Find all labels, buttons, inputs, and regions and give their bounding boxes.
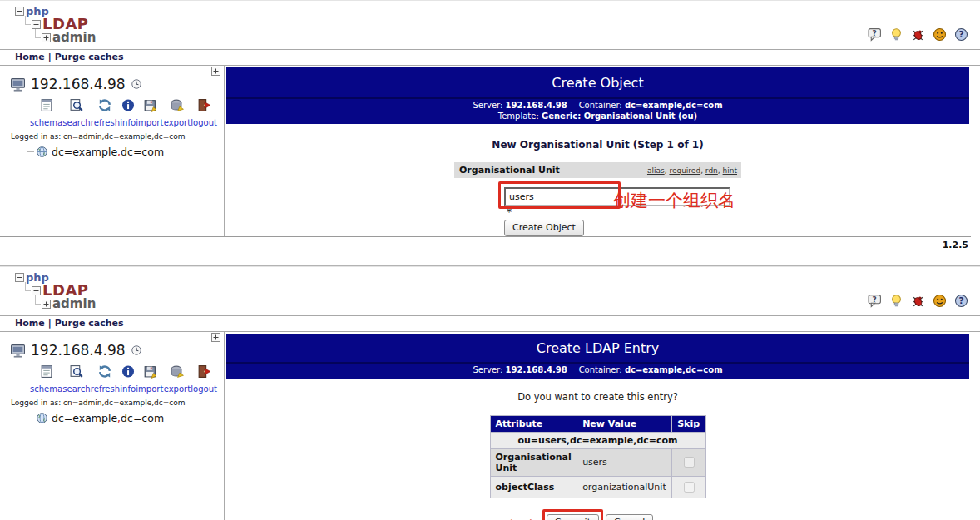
tree-node-base-dn[interactable]: dc=example,dc=com xyxy=(27,412,224,424)
table-row: Organisational Unit users xyxy=(490,448,705,476)
sidebar-tool-schema[interactable]: schema xyxy=(30,98,62,129)
sidebar-tool-schema[interactable]: schema xyxy=(30,364,62,395)
hint-link[interactable]: hint xyxy=(723,166,737,175)
attribute-name: Organisational Unit xyxy=(490,448,577,476)
page-title: Create LDAP Entry xyxy=(226,334,969,362)
screenshot-create-object: php LDAP admin Home|Purge caches 192.168… xyxy=(0,0,980,254)
expand-box-icon xyxy=(42,33,51,42)
ou-name-input[interactable] xyxy=(504,187,730,206)
sidebar-tool-info[interactable]: info xyxy=(120,364,136,395)
import-icon xyxy=(142,364,157,379)
table-row: objectClass organizationalUnit xyxy=(490,476,705,498)
app-header: php LDAP admin xyxy=(0,267,980,315)
collapse-box-icon xyxy=(32,20,41,29)
expand-box-icon xyxy=(42,300,51,309)
base-dn-label: dc=example,dc=com xyxy=(52,412,164,424)
phpldapadmin-logo: php LDAP admin xyxy=(15,272,96,310)
smiley-donate-icon[interactable] xyxy=(933,27,947,42)
create-object-button[interactable]: Create Object xyxy=(504,220,584,236)
sidebar-tool-export[interactable]: export xyxy=(164,98,191,129)
bug-report-icon[interactable] xyxy=(911,27,925,42)
import-icon xyxy=(142,98,157,112)
export-icon xyxy=(170,364,185,379)
tree-connector xyxy=(25,16,31,25)
collapse-box-icon xyxy=(15,273,24,282)
container-value: dc=example,dc=com xyxy=(625,101,723,110)
table-header-row: Attribute New Value Skip xyxy=(490,415,705,432)
server-value: 192.168.4.98 xyxy=(506,101,567,110)
purge-caches-link[interactable]: Purge caches xyxy=(55,318,124,329)
banner-subinfo: Server: 192.168.4.98Container: dc=exampl… xyxy=(226,362,969,379)
schema-icon xyxy=(39,98,54,112)
form-actions: Create Object xyxy=(504,218,741,236)
create-object-panel: Create Object Server: 192.168.4.98Contai… xyxy=(225,66,971,236)
server-node[interactable]: 192.168.4.98 xyxy=(10,76,224,92)
entry-dn: ou=users,dc=example,dc=com xyxy=(490,432,705,448)
sidebar-tool-logout[interactable]: logout xyxy=(191,98,217,129)
confirm-table: Attribute New Value Skip ou=users,dc=exa… xyxy=(490,415,706,498)
page-title: Create Object xyxy=(226,67,969,97)
info-icon xyxy=(121,98,136,112)
expand-all-icon[interactable] xyxy=(211,67,220,76)
version-label: 1.2.5 xyxy=(0,237,980,254)
tree-connector xyxy=(35,29,41,38)
tree-node-base-dn[interactable]: dc=example,dc=com xyxy=(27,146,224,158)
home-link[interactable]: Home xyxy=(15,52,45,62)
help-icon[interactable] xyxy=(954,294,968,308)
frames-row: 192.168.4.98 schema search refresh info … xyxy=(0,332,971,520)
sidebar-tool-search[interactable]: search xyxy=(62,98,90,129)
container-value: dc=example,dc=com xyxy=(625,365,723,374)
tree-connector xyxy=(25,282,31,291)
breadcrumb-separator: | xyxy=(48,318,52,329)
frames-row: 192.168.4.98 schema search refresh info … xyxy=(0,66,971,237)
server-icon xyxy=(10,77,26,92)
create-ldap-entry-panel: Create LDAP Entry Server: 192.168.4.98Co… xyxy=(225,332,971,520)
skip-checkbox xyxy=(684,482,695,493)
sidebar-tool-search[interactable]: search xyxy=(62,364,90,395)
bug-report-icon[interactable] xyxy=(911,294,925,308)
purge-caches-link[interactable]: Purge caches xyxy=(55,52,124,62)
globe-icon xyxy=(36,412,48,424)
feedback-bubble-icon[interactable] xyxy=(868,294,882,308)
required-marker: * xyxy=(507,206,512,218)
page-banner: Create LDAP Entry Server: 192.168.4.98Co… xyxy=(226,334,969,379)
sidebar-tool-refresh[interactable]: refresh xyxy=(91,364,120,395)
screenshot-create-ldap-entry: php LDAP admin Home|Purge caches 192.168… xyxy=(0,266,980,520)
attribute-links: alias, required, rdn, hint xyxy=(647,166,737,175)
light-bulb-icon[interactable] xyxy=(889,27,903,42)
sidebar-toolbar: schema search refresh info import export… xyxy=(0,359,224,395)
confirm-question: Do you want to create this entry? xyxy=(225,391,971,403)
logged-in-as: Logged in as: cn=admin,dc=example,dc=com xyxy=(11,132,224,141)
logout-icon xyxy=(196,364,211,379)
sidebar-tool-info[interactable]: info xyxy=(120,98,136,129)
alias-link[interactable]: alias xyxy=(647,166,665,175)
banner-subinfo: Server: 192.168.4.98Container: dc=exampl… xyxy=(226,97,969,124)
base-dn-label: dc=example,dc=com xyxy=(52,146,164,158)
sidebar-tool-import[interactable]: import xyxy=(136,98,163,129)
feedback-bubble-icon[interactable] xyxy=(868,27,882,42)
sidebar-tool-export[interactable]: export xyxy=(164,364,191,395)
collapse-box-icon xyxy=(15,7,24,16)
help-icon[interactable] xyxy=(954,27,968,42)
rdn-link[interactable]: rdn xyxy=(705,166,718,175)
sidebar-tool-import[interactable]: import xyxy=(136,364,163,395)
smiley-donate-icon[interactable] xyxy=(933,294,947,308)
skip-checkbox xyxy=(684,457,695,468)
light-bulb-icon[interactable] xyxy=(889,294,903,308)
required-link[interactable]: required xyxy=(669,166,700,175)
sidebar-tool-logout[interactable]: logout xyxy=(191,364,217,395)
cancel-button[interactable]: Cancel xyxy=(606,514,653,520)
attribute-section-header: Organisational Unit alias, required, rdn… xyxy=(454,162,741,178)
collapse-box-icon xyxy=(32,286,41,295)
logout-icon xyxy=(196,98,211,112)
commit-button[interactable]: Commit xyxy=(547,514,599,520)
template-value: Generic: Organisational Unit (ou) xyxy=(542,111,697,121)
server-node[interactable]: 192.168.4.98 xyxy=(10,342,224,359)
sidebar-tool-refresh[interactable]: refresh xyxy=(91,98,120,129)
expand-all-icon[interactable] xyxy=(211,333,220,342)
screenshot-divider xyxy=(0,254,980,266)
confirm-actions: CommitCancel 提交 xyxy=(225,509,971,520)
server-ip: 192.168.4.98 xyxy=(31,76,126,92)
home-link[interactable]: Home xyxy=(15,318,45,329)
col-skip: Skip xyxy=(671,415,705,432)
